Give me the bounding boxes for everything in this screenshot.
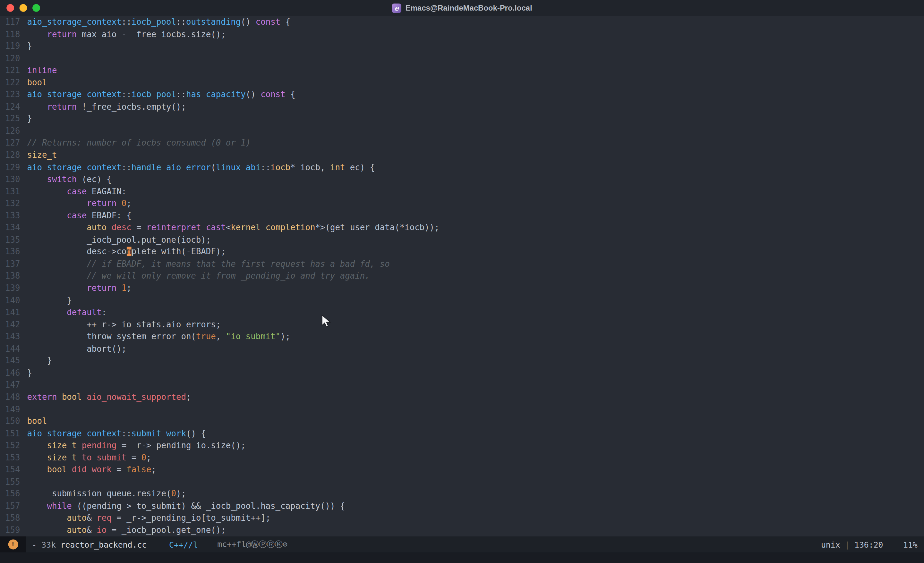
code-segment: } <box>27 114 32 123</box>
code-segment: ec) { <box>345 162 375 172</box>
major-mode[interactable]: C++//l <box>169 540 198 549</box>
line-number: 118 <box>0 28 27 40</box>
code-line[interactable]: 159 auto& io = _iocb_pool.get_one(); <box>0 524 924 536</box>
modeline-right: unix | 136:20 11% <box>821 540 924 549</box>
code-line[interactable]: 152 size_t pending = _r->_pending_io.siz… <box>0 439 924 451</box>
code-line[interactable]: 133 case EBADF: { <box>0 210 924 222</box>
code-line[interactable]: 120 <box>0 52 924 64</box>
code-line[interactable]: 141 default: <box>0 306 924 318</box>
code-text: bool did_work = false; <box>27 464 156 476</box>
code-segment <box>27 307 67 317</box>
line-number: 135 <box>0 234 27 246</box>
code-line[interactable]: 147 <box>0 379 924 391</box>
code-segment: _iocb_pool.put_one(iocb); <box>27 235 211 244</box>
code-line[interactable]: 145 } <box>0 355 924 367</box>
code-line[interactable]: 140 } <box>0 294 924 307</box>
code-segment: ( <box>211 162 216 172</box>
code-line[interactable]: 137 // if EBADF, it means that the first… <box>0 258 924 270</box>
code-line[interactable]: 154 bool did_work = false; <box>0 464 924 476</box>
code-line[interactable]: 132 return 0; <box>0 198 924 210</box>
line-number: 120 <box>0 52 27 64</box>
code-line[interactable]: 158 auto& req = _r->_pending_io[to_submi… <box>0 512 924 524</box>
line-number: 153 <box>0 451 27 464</box>
code-line[interactable]: 148extern bool aio_nowait_supported; <box>0 391 924 403</box>
code-text: _iocb_pool.put_one(iocb); <box>27 234 211 246</box>
code-line[interactable]: 124 return !_free_iocbs.empty(); <box>0 101 924 113</box>
code-segment: = <box>126 453 141 462</box>
code-line[interactable]: 121inline <box>0 64 924 76</box>
code-line[interactable]: 157 while ((pending > to_submit) && _ioc… <box>0 500 924 512</box>
code-line[interactable]: 155 <box>0 476 924 488</box>
code-segment: return <box>47 29 76 39</box>
code-segment: size_t <box>47 453 76 462</box>
modeline: ! - 33k reactor_backend.cc C++//l mc++fl… <box>0 536 924 553</box>
code-line[interactable]: 142 ++_r->_io_stats.aio_errors; <box>0 318 924 331</box>
code-segment: submit_work <box>132 428 186 438</box>
code-line[interactable]: 129aio_storage_context::handle_aio_error… <box>0 161 924 173</box>
window-title: Emacs@RaindeMacBook-Pro.local <box>405 3 532 12</box>
code-segment <box>27 465 47 474</box>
code-line[interactable]: 125} <box>0 113 924 125</box>
code-segment: inline <box>27 65 57 75</box>
code-segment: const <box>261 90 285 99</box>
code-segment <box>27 223 87 232</box>
code-text: desc->complete_with(-EBADF); <box>27 246 225 258</box>
code-line[interactable]: 119} <box>0 40 924 52</box>
emacs-window: e Emacs@RaindeMacBook-Pro.local 117aio_s… <box>0 0 924 563</box>
code-area[interactable]: 117aio_storage_context::iocb_pool::outst… <box>0 16 924 537</box>
scroll-percentage: 11% <box>903 540 924 549</box>
code-segment: auto <box>67 513 87 523</box>
cursor-position: 136:20 <box>854 540 883 549</box>
echo-area[interactable] <box>0 553 924 563</box>
code-segment: linux_abi <box>216 162 261 172</box>
code-text: size_t <box>27 149 57 161</box>
code-line[interactable]: 143 throw_system_error_on(true, "io_subm… <box>0 331 924 343</box>
line-number: 146 <box>0 367 27 379</box>
code-segment: size_t <box>47 440 76 450</box>
code-line[interactable]: 128size_t <box>0 149 924 161</box>
line-number: 117 <box>0 16 27 28</box>
code-line[interactable]: 138 // we will only remove it from _pend… <box>0 270 924 282</box>
minimize-button[interactable] <box>20 4 27 12</box>
code-segment: aio_nowait_supported <box>87 392 186 401</box>
code-segment <box>67 465 72 474</box>
code-line[interactable]: 146} <box>0 367 924 379</box>
code-line[interactable]: 118 return max_aio - _free_iocbs.size(); <box>0 28 924 40</box>
code-line[interactable]: 127// Returns: number of iocbs consumed … <box>0 137 924 149</box>
line-number: 149 <box>0 403 27 415</box>
code-segment: :: <box>122 90 132 99</box>
code-segment: = <box>112 465 126 474</box>
code-segment: } <box>27 368 32 377</box>
code-line[interactable]: 130 switch (ec) { <box>0 173 924 185</box>
code-segment: *>(get_user_data(*iocb)); <box>315 223 440 232</box>
code-line[interactable]: 151aio_storage_context::submit_work() { <box>0 427 924 440</box>
titlebar[interactable]: e Emacs@RaindeMacBook-Pro.local <box>0 0 924 16</box>
code-segment: plete_with(-EBADF); <box>132 247 226 256</box>
code-line[interactable]: 153 size_t to_submit = 0; <box>0 451 924 464</box>
code-line[interactable]: 135 _iocb_pool.put_one(iocb); <box>0 234 924 246</box>
code-line[interactable]: 131 case EAGAIN: <box>0 185 924 198</box>
code-line[interactable]: 136 desc->complete_with(-EBADF); <box>0 246 924 258</box>
code-text: bool <box>27 415 47 427</box>
code-line[interactable]: 123aio_storage_context::iocb_pool::has_c… <box>0 88 924 101</box>
code-line[interactable]: 149 <box>0 403 924 415</box>
code-line[interactable]: 126 <box>0 125 924 137</box>
line-number: 138 <box>0 270 27 282</box>
code-line[interactable]: 150bool <box>0 415 924 427</box>
code-line[interactable]: 134 auto desc = reinterpret_cast<kernel_… <box>0 222 924 234</box>
close-button[interactable] <box>6 4 14 12</box>
code-segment: = _r->_pending_io[to_submit++]; <box>112 513 270 523</box>
code-segment: 0 <box>171 489 176 498</box>
zoom-button[interactable] <box>32 4 40 12</box>
buffer-name[interactable]: reactor_backend.cc <box>61 540 147 549</box>
code-line[interactable]: 122bool <box>0 76 924 88</box>
code-line[interactable]: 117aio_storage_context::iocb_pool::outst… <box>0 16 924 28</box>
code-segment <box>27 211 67 220</box>
code-segment: 0 <box>122 198 126 208</box>
code-line[interactable]: 144 abort(); <box>0 343 924 355</box>
window-title-group: e Emacs@RaindeMacBook-Pro.local <box>392 3 532 12</box>
code-line[interactable]: 156 _submission_queue.resize(0); <box>0 488 924 500</box>
code-segment: aio_storage_context <box>27 428 121 438</box>
code-line[interactable]: 139 return 1; <box>0 282 924 294</box>
code-segment: default <box>67 307 101 317</box>
